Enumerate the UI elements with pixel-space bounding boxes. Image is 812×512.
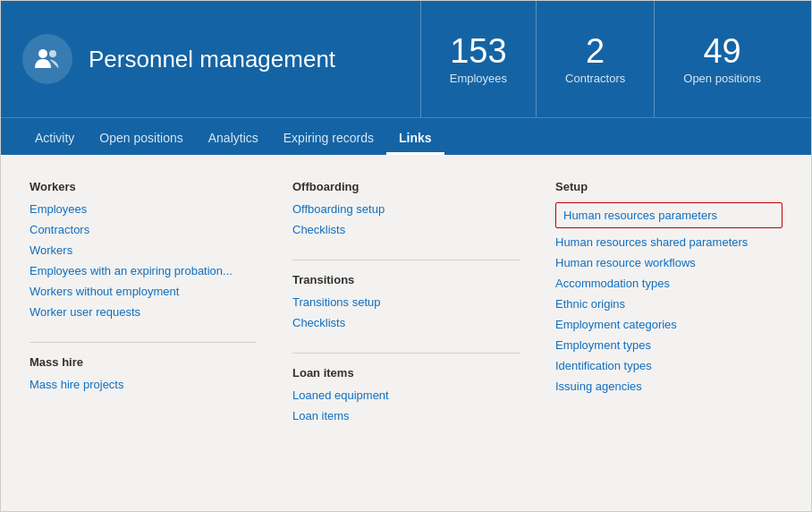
link-employment-categories[interactable]: Employment categories	[555, 318, 782, 331]
employees-count: 153	[450, 34, 506, 68]
masshire-section-title: Mass hire	[30, 355, 257, 369]
svg-point-0	[38, 49, 47, 58]
openpositions-count: 49	[703, 34, 740, 68]
link-offboarding-checklists[interactable]: Checklists	[292, 223, 520, 236]
nav-activity[interactable]: Activity	[22, 124, 87, 155]
link-loan-items[interactable]: Loan items	[292, 409, 520, 422]
link-issuing-agencies[interactable]: Issuing agencies	[555, 380, 782, 393]
offboarding-section-title: Offboarding	[292, 180, 520, 193]
openpositions-stat[interactable]: 49 Open positions	[654, 1, 790, 117]
divider-3	[292, 353, 520, 354]
link-loaned-equipment[interactable]: Loaned equipment	[292, 388, 520, 402]
link-ethnic-origins[interactable]: Ethnic origins	[555, 297, 782, 311]
workers-section-title: Workers	[30, 180, 257, 193]
people-icon	[33, 45, 62, 73]
openpositions-label: Open positions	[683, 72, 761, 85]
nav-links[interactable]: Links	[386, 124, 444, 155]
nav-expiring-records[interactable]: Expiring records	[271, 124, 386, 155]
contractors-stat[interactable]: 2 Contractors	[536, 1, 654, 117]
header: Personnel management 153 Employees 2 Con…	[1, 1, 811, 117]
link-workers-without-employment[interactable]: Workers without employment	[30, 285, 257, 298]
link-worker-user-requests[interactable]: Worker user requests	[30, 305, 257, 319]
column-setup: Setup Human resources parameters Human r…	[555, 180, 782, 486]
column-workers: Workers Employees Contractors Workers Em…	[30, 180, 257, 486]
link-mass-hire-projects[interactable]: Mass hire projects	[30, 378, 257, 391]
svg-point-1	[49, 50, 56, 57]
setup-section-title: Setup	[555, 180, 782, 193]
link-contractors[interactable]: Contractors	[30, 223, 257, 236]
link-workers[interactable]: Workers	[30, 243, 257, 257]
employees-label: Employees	[450, 72, 507, 85]
contractors-label: Contractors	[565, 72, 625, 85]
link-offboarding-setup[interactable]: Offboarding setup	[292, 202, 520, 216]
nav-open-positions[interactable]: Open positions	[87, 124, 195, 155]
navbar: Activity Open positions Analytics Expiri…	[1, 117, 811, 155]
app-icon	[22, 34, 72, 84]
loanitems-section-title: Loan items	[292, 366, 520, 380]
link-hr-shared-parameters[interactable]: Human resources shared parameters	[555, 235, 782, 249]
column-offboarding: Offboarding Offboarding setup Checklists…	[292, 180, 520, 486]
link-employees[interactable]: Employees	[30, 202, 257, 216]
employees-stat[interactable]: 153 Employees	[420, 1, 536, 117]
page-title: Personnel management	[89, 46, 420, 73]
link-employees-expiring[interactable]: Employees with an expiring probation...	[30, 264, 257, 277]
transitions-section-title: Transitions	[292, 273, 520, 286]
nav-analytics[interactable]: Analytics	[196, 124, 271, 155]
divider-2	[292, 260, 520, 260]
divider-1	[30, 342, 257, 343]
stats-bar: 153 Employees 2 Contractors 49 Open posi…	[420, 1, 790, 117]
link-hr-workflows[interactable]: Human resource workflows	[555, 256, 782, 269]
link-accommodation-types[interactable]: Accommodation types	[555, 277, 782, 290]
link-transitions-setup[interactable]: Transitions setup	[292, 295, 520, 309]
link-transitions-checklists[interactable]: Checklists	[292, 316, 520, 329]
link-hr-parameters[interactable]: Human resources parameters	[555, 202, 782, 228]
main-content: Workers Employees Contractors Workers Em…	[1, 155, 811, 511]
link-employment-types[interactable]: Employment types	[555, 338, 782, 352]
link-identification-types[interactable]: Identification types	[555, 359, 782, 372]
contractors-count: 2	[586, 34, 605, 68]
